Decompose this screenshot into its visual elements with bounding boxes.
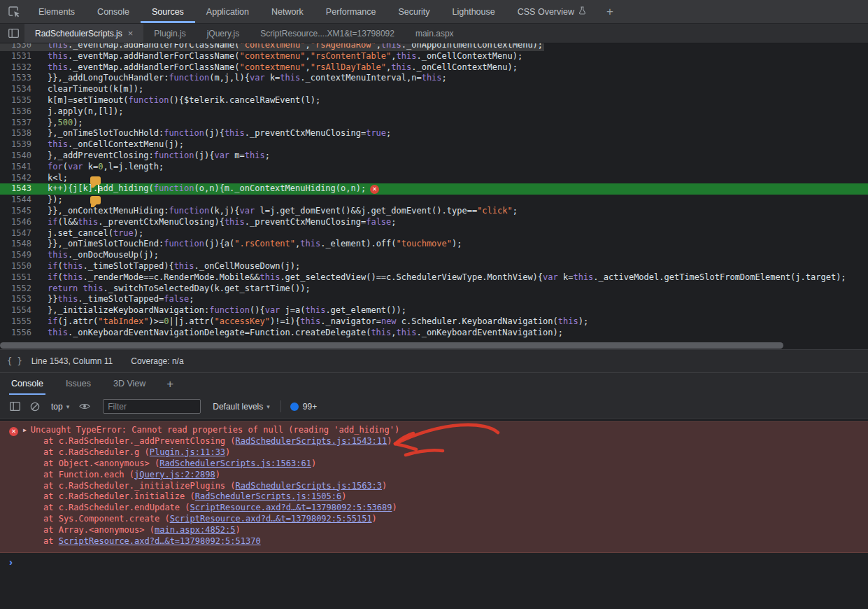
code-line-1545[interactable]: 1545}},_onContextMenuHiding:function(k,j… — [0, 206, 868, 217]
code-line-1556[interactable]: 1556this._onKeyboardEventNavigationDeleg… — [0, 328, 868, 339]
code-line-1546[interactable]: 1546if(l&&this._preventCtxMenuClosing){t… — [0, 217, 868, 228]
code-line-1540[interactable]: 1540},_addPreventClosing:function(j){var… — [0, 150, 868, 162]
line-number[interactable]: 1537 — [0, 118, 42, 129]
line-number[interactable]: 1539 — [0, 139, 42, 150]
code-line-1553[interactable]: 1553}}this._timeSlotTapped=false; — [0, 294, 868, 305]
line-number[interactable]: 1551 — [0, 272, 42, 284]
more-panels-icon[interactable]: + — [597, 0, 622, 23]
panel-tab-elements[interactable]: Elements — [27, 0, 86, 23]
code-line-1531[interactable]: 1531this._eventMap.addHandlerForClassNam… — [0, 51, 868, 62]
line-number[interactable]: 1546 — [0, 217, 42, 228]
line-number[interactable]: 1530 — [0, 43, 42, 51]
stack-link[interactable]: RadSchedulerScripts.js:1543:11 — [236, 436, 387, 446]
code-line-1548[interactable]: 1548}},_onTimeSlotTouchEnd:function(j){a… — [0, 239, 868, 250]
line-number[interactable]: 1548 — [0, 239, 42, 250]
source-tab-jquery-js[interactable]: jQuery.js — [197, 24, 250, 43]
inspect-element-icon[interactable] — [0, 0, 27, 23]
stack-link[interactable]: ScriptResource.axd?d…&t=13798092:5:53689 — [190, 503, 392, 512]
stack-link[interactable]: ScriptResource.axd?d…&t=13798092:5:55151 — [170, 514, 372, 524]
code-line-1541[interactable]: 1541for(var k=0,l=j.length; — [0, 162, 868, 173]
code-line-1538[interactable]: 1538},_onTimeSlotTouchHold:function(j){t… — [0, 128, 868, 139]
code-line-1554[interactable]: 1554},_initializeKeyboardNavigation:func… — [0, 305, 868, 316]
line-number[interactable]: 1538 — [0, 128, 42, 139]
line-number[interactable]: 1549 — [0, 250, 42, 261]
expand-triangle-icon[interactable]: ▶ — [23, 425, 27, 436]
console-prompt-row[interactable]: › — [0, 553, 868, 571]
console-sidebar-icon[interactable] — [10, 402, 20, 411]
panel-tab-console[interactable]: Console — [86, 0, 141, 23]
close-tab-icon[interactable]: × — [128, 28, 134, 38]
code-line-1533[interactable]: 1533}},_addLongTouchHandler:function(m,j… — [0, 73, 868, 84]
panel-tab-lighthouse[interactable]: Lighthouse — [441, 0, 506, 23]
code-line-1550[interactable]: 1550if(this._timeSlotTapped){this._onCel… — [0, 261, 868, 272]
code-line-1535[interactable]: 1535k[m]=setTimeout(function(){$telerik.… — [0, 95, 868, 106]
code-line-1542[interactable]: 1542k<l; — [0, 173, 868, 184]
panel-tab-performance[interactable]: Performance — [315, 0, 387, 23]
drawer-tab-console[interactable]: Console — [9, 373, 45, 395]
issues-counter[interactable]: 99+ — [290, 402, 317, 412]
line-number[interactable]: 1541 — [0, 162, 42, 173]
source-tab-plugin-js[interactable]: Plugin.js — [143, 24, 196, 43]
more-drawer-tabs-icon[interactable]: + — [166, 373, 173, 395]
line-number[interactable]: 1555 — [0, 316, 42, 328]
line-number[interactable]: 1542 — [0, 173, 42, 184]
stack-link[interactable]: ScriptResource.axd?d…&t=13798092:5:51370 — [59, 536, 261, 546]
panel-tab-css-overview[interactable]: CSS Overview — [506, 0, 597, 23]
scrollbar-thumb[interactable] — [0, 342, 783, 349]
panel-tab-application[interactable]: Application — [195, 0, 260, 23]
stack-link[interactable]: Plugin.js:11:33 — [150, 447, 225, 457]
code-line-1555[interactable]: 1555if(j.attr("tabIndex")>=0||j.attr("ac… — [0, 316, 868, 328]
line-number[interactable]: 1556 — [0, 328, 42, 339]
code-line-1552[interactable]: 1552return this._switchToSelectedDay(k.g… — [0, 284, 868, 295]
pretty-print-icon[interactable]: { } — [7, 356, 22, 366]
panel-tab-sources[interactable]: Sources — [141, 0, 195, 23]
code-line-1544[interactable]: 1544}); — [0, 195, 868, 206]
stack-link[interactable]: main.aspx:4852:5 — [155, 525, 236, 535]
code-line-1530[interactable]: 1530this._eventMap.addHandlerForClassNam… — [0, 43, 868, 51]
drawer-tab-issues[interactable]: Issues — [64, 373, 93, 395]
code-line-1543[interactable]: 1543k++){j[k].add_hiding(function(o,n){m… — [0, 183, 868, 195]
stack-link[interactable]: RadSchedulerScripts.js:1505:6 — [195, 491, 342, 501]
line-number[interactable]: 1535 — [0, 95, 42, 106]
live-expression-eye-icon[interactable] — [79, 402, 90, 410]
line-number[interactable]: 1550 — [0, 261, 42, 272]
code-line-1536[interactable]: 1536j.apply(n,[l]); — [0, 106, 868, 118]
console-filter-input[interactable] — [103, 399, 201, 414]
inline-error-icon[interactable]: ✕ — [370, 185, 379, 194]
line-number[interactable]: 1543 — [0, 183, 42, 195]
line-number[interactable]: 1534 — [0, 84, 42, 95]
panel-tab-security[interactable]: Security — [387, 0, 441, 23]
source-tab-scriptresource-xm1-t-13798092[interactable]: ScriptResource....XM1&t=13798092 — [250, 24, 405, 43]
clear-console-icon[interactable] — [30, 402, 40, 412]
line-number[interactable]: 1552 — [0, 284, 42, 295]
source-editor[interactable]: 1530this._eventMap.addHandlerForClassNam… — [0, 43, 868, 349]
line-number[interactable]: 1533 — [0, 73, 42, 84]
line-number[interactable]: 1547 — [0, 228, 42, 239]
line-number[interactable]: 1536 — [0, 106, 42, 118]
line-number[interactable]: 1531 — [0, 51, 42, 62]
code-line-1551[interactable]: 1551if(this._renderMode==c.RenderMode.Mo… — [0, 272, 868, 284]
code-line-1549[interactable]: 1549this._onDocMouseUp(j); — [0, 250, 868, 261]
toggle-navigator-icon[interactable] — [0, 24, 24, 43]
source-tab-main-aspx[interactable]: main.aspx — [405, 24, 464, 43]
line-number[interactable]: 1540 — [0, 150, 42, 162]
stack-link[interactable]: RadSchedulerScripts.js:1563:3 — [236, 481, 383, 491]
log-levels-dropdown[interactable]: Default levels ▾ — [213, 402, 270, 412]
panel-tab-network[interactable]: Network — [260, 0, 315, 23]
line-number[interactable]: 1532 — [0, 62, 42, 74]
stack-link[interactable]: RadSchedulerScripts.js:1563:61 — [159, 458, 311, 468]
line-number[interactable]: 1544 — [0, 195, 42, 206]
line-number[interactable]: 1553 — [0, 294, 42, 305]
code-line-1534[interactable]: 1534clearTimeout(k[m]); — [0, 84, 868, 95]
code-line-1537[interactable]: 1537},500); — [0, 118, 868, 129]
source-tab-radschedulerscripts-js[interactable]: RadSchedulerScripts.js× — [24, 24, 143, 43]
context-selector[interactable]: top ▾ — [51, 402, 69, 412]
drawer-tab-3d-view[interactable]: 3D View — [111, 373, 148, 395]
horizontal-scrollbar[interactable] — [0, 342, 868, 349]
line-number[interactable]: 1545 — [0, 206, 42, 217]
code-line-1532[interactable]: 1532this._eventMap.addHandlerForClassNam… — [0, 62, 868, 74]
code-line-1539[interactable]: 1539this._onCellContextMenu(j); — [0, 139, 868, 150]
code-line-1547[interactable]: 1547j.set_cancel(true); — [0, 228, 868, 239]
stack-link[interactable]: jQuery.js:2:2898 — [134, 470, 215, 479]
line-number[interactable]: 1554 — [0, 305, 42, 316]
